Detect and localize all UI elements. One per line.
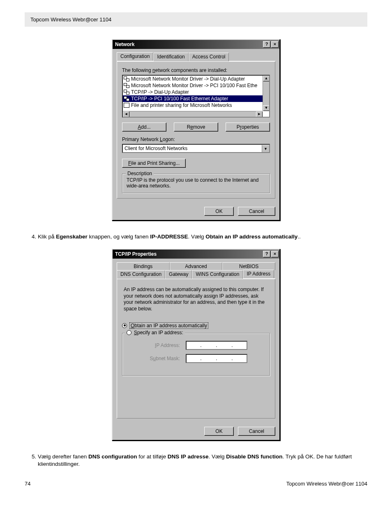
chevron-down-icon[interactable]: ▼ (262, 145, 269, 152)
cancel-button[interactable]: Cancel (238, 207, 275, 216)
tab-dns-configuration[interactable]: DNS Configuration (117, 270, 165, 279)
properties-button[interactable]: Properties (226, 123, 270, 132)
protocol-icon (124, 83, 129, 88)
network-dialog: Network ? × Configuration Identification… (112, 39, 280, 221)
ip-address-row: IP Address: ... (143, 341, 265, 350)
ok-button[interactable]: OK (204, 427, 233, 436)
description-text: TCP/IP is the protocol you use to connec… (127, 177, 265, 189)
protocol-icon (124, 76, 129, 81)
dialog-title: Network (115, 42, 134, 47)
tab-gateway[interactable]: Gateway (165, 270, 192, 279)
horizontal-scrollbar[interactable]: ◄ ► (123, 111, 263, 117)
scroll-up-icon[interactable]: ▲ (263, 76, 270, 81)
list-item[interactable]: File and printer sharing for Microsoft N… (123, 102, 269, 109)
close-button[interactable]: × (271, 251, 279, 257)
subnet-mask-field[interactable]: ... (186, 354, 247, 363)
service-icon (124, 103, 129, 108)
ip-address-field[interactable]: ... (186, 341, 247, 350)
list-item-selected[interactable]: TCP/IP -> PCI 10/100 Fast Ethernet Adapt… (123, 95, 269, 102)
tab-row-1: Bindings Advanced NetBIOS (117, 262, 275, 270)
ip-blurb: An IP address can be automatically assig… (124, 287, 268, 312)
ip-address-label: IP Address: (143, 342, 180, 348)
add-button[interactable]: Add... (122, 123, 166, 132)
primary-logon-combo[interactable]: Client for Microsoft Networks ▼ (122, 144, 270, 153)
tab-netbios[interactable]: NetBIOS (222, 262, 275, 270)
footer-right: Topcom Wireless Webr@cer 1104 (286, 481, 367, 487)
radio-icon (122, 323, 127, 328)
dialog-title: TCP/IP Properties (115, 251, 157, 257)
components-listbox[interactable]: Microsoft Network Monitor Driver -> Dial… (122, 75, 270, 118)
protocol-icon (124, 90, 129, 95)
primary-logon-label: Primary Network Logon: (122, 136, 270, 142)
titlebar: TCP/IP Properties ? × (113, 250, 279, 259)
titlebar: Network ? × (113, 40, 279, 49)
tab-bindings[interactable]: Bindings (117, 262, 170, 270)
step-5: Vælg derefter fanen DNS configuration fo… (38, 453, 367, 468)
tab-row: Configuration Identification Access Cont… (117, 52, 275, 61)
header-title: Topcom Wireless Webr@cer 1104 (30, 16, 111, 23)
tcpip-dialog: TCP/IP Properties ? × Bindings Advanced … (112, 249, 280, 441)
radio-label: Obtain an IP address automatically (129, 322, 208, 329)
ok-button[interactable]: OK (204, 207, 233, 216)
list-item[interactable]: TCP/IP -> Dial-Up Adapter (123, 89, 269, 95)
tab-configuration[interactable]: Configuration (117, 52, 153, 61)
radio-icon[interactable] (127, 330, 131, 335)
vertical-scrollbar[interactable]: ▲ ▼ (263, 76, 269, 111)
tab-row-2: DNS Configuration Gateway WINS Configura… (117, 270, 275, 279)
tab-panel: An IP address can be automatically assig… (117, 279, 275, 419)
specify-group: Specify an IP address: IP Address: ... S… (122, 333, 270, 376)
cancel-button[interactable]: Cancel (238, 427, 275, 436)
subnet-mask-row: Subnet Mask: ... (143, 354, 265, 363)
step-4: Klik på Egenskaber knappen, og vælg fane… (38, 233, 367, 241)
list-item[interactable]: Microsoft Network Monitor Driver -> PCI … (123, 82, 269, 89)
tab-advanced[interactable]: Advanced (170, 262, 223, 270)
tab-identification[interactable]: Identification (153, 53, 188, 61)
description-legend: Description (126, 171, 154, 176)
remove-button[interactable]: Remove (174, 123, 218, 132)
page-footer: 74 Topcom Wireless Webr@cer 1104 (25, 481, 367, 487)
radio-specify-label[interactable]: Specify an IP address: (134, 330, 183, 335)
tab-wins-configuration[interactable]: WINS Configuration (192, 270, 243, 279)
scroll-right-icon[interactable]: ► (256, 111, 263, 117)
tab-ip-address[interactable]: IP Address (243, 270, 274, 278)
scroll-left-icon[interactable]: ◄ (123, 111, 129, 117)
subnet-mask-label: Subnet Mask: (143, 356, 180, 361)
protocol-icon (124, 96, 129, 101)
list-item[interactable]: Microsoft Network Monitor Driver -> Dial… (123, 76, 269, 82)
radio-obtain-auto[interactable]: Obtain an IP address automatically (122, 322, 270, 329)
combo-value: Client for Microsoft Networks (123, 145, 262, 152)
file-print-sharing-button[interactable]: File and Print Sharing... (122, 159, 186, 168)
tab-panel: The following network components are ins… (117, 61, 275, 199)
description-group: Description TCP/IP is the protocol you u… (122, 173, 270, 193)
page-number: 74 (25, 481, 30, 487)
help-button[interactable]: ? (263, 41, 270, 48)
page-header: Topcom Wireless Webr@cer 1104 (25, 12, 367, 27)
installed-label: The following network components are ins… (122, 67, 270, 73)
close-button[interactable]: × (271, 41, 279, 48)
help-button[interactable]: ? (263, 251, 270, 257)
scroll-down-icon[interactable]: ▼ (263, 105, 270, 111)
tab-access-control[interactable]: Access Control (189, 53, 229, 61)
